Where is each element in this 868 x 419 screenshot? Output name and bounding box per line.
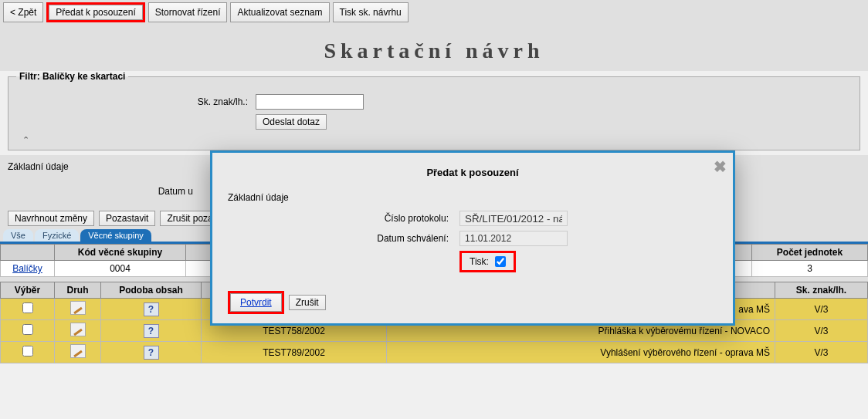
filter-legend: Filtr: Balíčky ke skartaci bbox=[16, 71, 128, 82]
modal-title: Předat k posouzení bbox=[228, 167, 717, 178]
row-sk: V/3 bbox=[775, 299, 868, 320]
modal-actions: Potvrdit Zrušit bbox=[228, 291, 717, 314]
row-desc: Vyhlášení výběrového řízení - oprava MŠ bbox=[387, 342, 775, 363]
balicky-link[interactable]: Balíčky bbox=[12, 263, 42, 274]
cislo-protokolu-field[interactable] bbox=[459, 211, 568, 226]
back-button[interactable]: < Zpět bbox=[3, 2, 43, 22]
row-code: TEST789/2002 bbox=[202, 342, 387, 363]
stornovat-rizeni-button[interactable]: Stornovat řízení bbox=[148, 2, 228, 22]
question-icon[interactable]: ? bbox=[144, 346, 159, 360]
detail-th-vyber: Výběr bbox=[1, 282, 55, 299]
navrhnout-zmeny-button[interactable]: Navrhnout změny bbox=[8, 211, 94, 226]
summary-kod-cell: 0004 bbox=[55, 261, 186, 277]
collapse-icon[interactable]: ⌃ bbox=[16, 133, 36, 146]
form-row-cislo: Číslo protokolu: bbox=[228, 211, 717, 226]
highlight-tisk: Tisk: bbox=[459, 251, 516, 272]
detail-th-sk: Sk. znak/lh. bbox=[775, 282, 868, 299]
sk-znak-label: Sk. znak/lh.: bbox=[16, 96, 248, 107]
datum-schvaleni-field: 11.01.2012 bbox=[459, 231, 568, 246]
tab-fyzicke[interactable]: Fyzické bbox=[35, 229, 79, 242]
pozastavit-button[interactable]: Pozastavit bbox=[99, 211, 155, 226]
row-sk: V/3 bbox=[775, 342, 868, 363]
highlight-potvrdit: Potvrdit bbox=[228, 291, 284, 314]
datum-schvaleni-label: Datum schválení: bbox=[228, 233, 459, 244]
summary-th-kod: Kód věcné skupiny bbox=[55, 245, 186, 261]
pencil-icon[interactable] bbox=[70, 344, 86, 358]
highlight-predat: Předat k posouzení bbox=[46, 2, 144, 22]
filter-fieldset: Filtr: Balíčky ke skartaci Sk. znak/lh.:… bbox=[8, 71, 860, 150]
modal-section-label: Základní údaje bbox=[228, 192, 717, 203]
form-row-tisk: Tisk: bbox=[228, 251, 717, 272]
question-icon[interactable]: ? bbox=[144, 324, 159, 338]
datum-u-label: Datum u bbox=[8, 186, 193, 197]
row-checkbox[interactable] bbox=[22, 302, 33, 313]
summary-pocet-cell: 3 bbox=[752, 261, 868, 277]
page-title: Skartační návrh bbox=[0, 25, 868, 71]
row-checkbox[interactable] bbox=[22, 346, 33, 356]
detail-th-podoba: Podoba obsah bbox=[101, 282, 202, 299]
aktualizovat-seznam-button[interactable]: Aktualizovat seznam bbox=[230, 2, 329, 22]
form-row-datum: Datum schválení: 11.01.2012 bbox=[228, 231, 717, 246]
detail-th-druh: Druh bbox=[55, 282, 101, 299]
predat-posouzeni-modal: ✖ Předat k posouzení Základní údaje Čísl… bbox=[210, 150, 735, 326]
pencil-icon[interactable] bbox=[70, 301, 86, 315]
top-toolbar: < Zpět Předat k posouzení Stornovat říze… bbox=[0, 0, 868, 25]
tab-vse[interactable]: Vše bbox=[3, 229, 33, 242]
close-icon[interactable]: ✖ bbox=[714, 157, 727, 176]
tab-vecne-skupiny[interactable]: Věcné skupiny bbox=[80, 229, 151, 242]
row-checkbox[interactable] bbox=[22, 324, 33, 335]
cislo-protokolu-label: Číslo protokolu: bbox=[228, 213, 459, 224]
summary-th-pocet: Počet jednotek bbox=[752, 245, 868, 261]
zrusit-button[interactable]: Zrušit bbox=[289, 295, 326, 310]
sk-znak-input[interactable] bbox=[256, 94, 364, 110]
tisk-label: Tisk: bbox=[470, 256, 489, 267]
predat-posouzeni-button[interactable]: Předat k posouzení bbox=[49, 5, 142, 20]
row-sk: V/3 bbox=[775, 320, 868, 342]
tisk-navrhu-button[interactable]: Tisk sk. návrhu bbox=[333, 2, 409, 22]
tisk-checkbox[interactable] bbox=[495, 256, 506, 267]
pencil-icon[interactable] bbox=[70, 323, 86, 336]
question-icon[interactable]: ? bbox=[144, 302, 159, 316]
odeslat-dotaz-button[interactable]: Odeslat dotaz bbox=[256, 114, 327, 130]
table-row: ? TEST789/2002 Vyhlášení výběrového říze… bbox=[1, 342, 868, 363]
potvrdit-button[interactable]: Potvrdit bbox=[230, 293, 282, 312]
summary-th-blank bbox=[1, 245, 55, 261]
